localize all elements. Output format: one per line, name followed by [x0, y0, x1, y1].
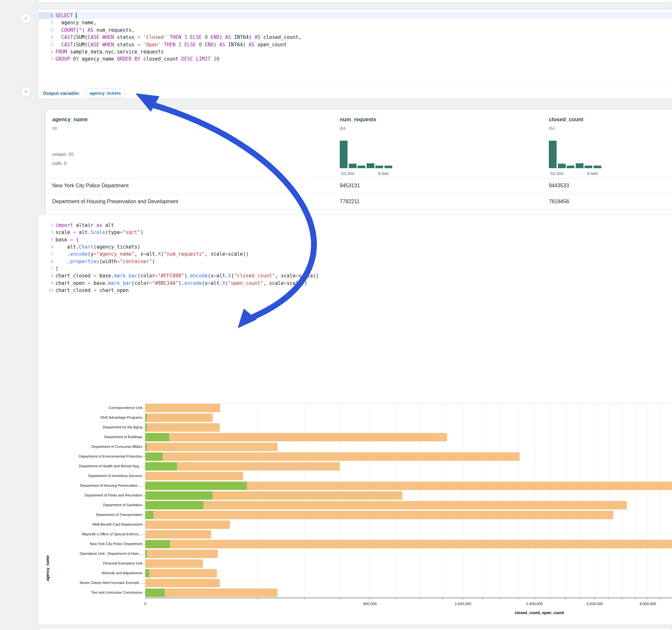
- x-axis-tick: [442, 598, 443, 600]
- x-axis-tick: [421, 598, 421, 600]
- code-line[interactable]: CAST(SUM(CASE WHEN status = 'Closed' THE…: [55, 34, 302, 41]
- column-header-name: num_requests: [340, 116, 376, 122]
- histogram-bar: [358, 166, 365, 168]
- histogram-bar: [367, 163, 375, 168]
- gridline: [580, 404, 581, 598]
- gridline: [463, 404, 463, 598]
- closed-count-bar: [145, 404, 220, 412]
- closed-count-bar: [145, 511, 613, 519]
- y-axis-category-label: Personal Exemption Unit: [38, 561, 142, 565]
- output-variable-label: Output variable:: [43, 91, 80, 96]
- gridline: [622, 404, 622, 598]
- y-axis-category-label: Department of Buildings: [38, 435, 142, 439]
- code-line[interactable]: FROM sample_data.nyc.service_requests: [55, 48, 164, 55]
- x-axis-tick: [648, 598, 648, 600]
- x-axis-tick: [482, 598, 483, 600]
- gridline: [258, 404, 258, 598]
- closed-count-bar: [145, 423, 220, 432]
- y-axis-category-label: Correspondence Unit: [38, 406, 142, 410]
- closed-count-bar: [145, 579, 220, 587]
- column-header-name: agency_name: [52, 116, 88, 122]
- code-line[interactable]: .encode(y="agency_name", x=alt.X("num_re…: [55, 250, 249, 258]
- code-line[interactable]: alt.Chart(agency_tickets): [55, 243, 140, 250]
- next-cell-edge: [38, 628, 672, 630]
- line-number: 2: [43, 19, 53, 26]
- open-count-bar: [145, 491, 213, 500]
- code-line[interactable]: base = (: [55, 236, 79, 243]
- fold-chevron-icon[interactable]: ⌄: [49, 237, 53, 240]
- histogram-bar: [340, 141, 347, 168]
- gridline: [421, 404, 421, 598]
- x-axis-tick: [258, 598, 258, 600]
- closed-count-bar: [145, 530, 211, 539]
- code-line[interactable]: scale = alt.Scale(type="sqrt"): [55, 229, 143, 236]
- code-line[interactable]: .properties(width="container"): [55, 258, 155, 265]
- y-axis-category-label: HRA Benefit Card Replacement: [38, 523, 142, 526]
- closed-count-bar: [145, 433, 447, 441]
- x-axis-tick: [397, 598, 397, 600]
- code-line[interactable]: GROUP BY agency_name ORDER BY closed_cou…: [55, 55, 219, 63]
- y-axis-category-label: Department of Health and Mental Hyg…: [38, 464, 142, 468]
- code-line[interactable]: agency_name,: [55, 19, 96, 26]
- table-row: New York City Police Department945313194…: [46, 178, 672, 194]
- open-count-bar: [145, 482, 247, 490]
- closed-count-bar: [145, 588, 278, 597]
- gridline: [370, 404, 370, 598]
- closed-count-bar: [145, 443, 278, 451]
- altair-chart-output: 0800,0001,600,0002,400,0003,200,0004,000…: [38, 296, 672, 625]
- x-axis-tick: [501, 598, 501, 600]
- open-count-bar: [145, 453, 163, 461]
- histogram-bar: [376, 166, 383, 168]
- gridline: [501, 404, 501, 598]
- open-count-bar: [145, 423, 147, 432]
- code-line[interactable]: chart_open = base.mark_bar(color="#8BC34…: [55, 280, 307, 287]
- line-number: 6: [43, 48, 53, 55]
- line-number: 8: [43, 272, 53, 280]
- x-axis-tick-label: 1,600,000: [455, 602, 471, 606]
- sql-code-editor[interactable]: 1⌄SELECT 2 agency_name,3 COUNT(*) AS num…: [38, 9, 672, 84]
- open-count-bar: [145, 511, 153, 519]
- histogram-min-label: 53,304: [550, 171, 563, 176]
- x-axis-title: closed_count, open_count: [515, 610, 564, 615]
- x-axis-tick: [635, 598, 635, 600]
- histogram-bar: [567, 166, 574, 168]
- x-axis-tick: [340, 598, 340, 600]
- code-line[interactable]: CAST(SUM(CASE WHEN status = 'Open' THEN …: [55, 41, 287, 48]
- column-header-type: i64: [549, 126, 555, 131]
- add-cell-button-top[interactable]: +: [21, 14, 31, 23]
- x-axis-tick-label: 3,200,000: [586, 602, 603, 606]
- open-count-bar: [145, 413, 147, 422]
- closed-count-bar: [145, 550, 218, 558]
- python-cell: 1import altair as alt2scale = alt.Scale(…: [38, 215, 672, 625]
- code-line[interactable]: SELECT: [55, 12, 76, 19]
- x-axis-tick-label: 2,400,000: [526, 602, 543, 606]
- histogram-bar: [384, 166, 392, 168]
- gridline: [550, 404, 551, 598]
- gridline: [442, 404, 443, 598]
- y-axis-category-label: Department of Parks and Recreation: [38, 493, 142, 497]
- gridline: [566, 404, 566, 598]
- python-code-editor[interactable]: 1import altair as alt2scale = alt.Scale(…: [38, 215, 672, 296]
- fold-chevron-icon[interactable]: ⌄: [49, 13, 53, 16]
- histogram-bar: [594, 166, 601, 168]
- y-axis-category-label: Refunds and Adjustments: [38, 571, 142, 575]
- add-cell-button-middle[interactable]: +: [21, 87, 31, 97]
- x-axis-tick-label: 800,000: [363, 602, 377, 606]
- line-number: 1: [43, 222, 53, 229]
- output-variable-pill[interactable]: agency_tickets: [86, 89, 125, 98]
- gridline: [635, 404, 635, 598]
- code-line[interactable]: COUNT(*) AS num_requests,: [55, 27, 135, 34]
- x-axis-tick-label: 0: [144, 602, 146, 606]
- code-line[interactable]: chart_closed = base.mark_bar(color="#FFC…: [55, 272, 319, 280]
- gridline: [648, 404, 648, 598]
- closed-count-bar: [145, 520, 230, 529]
- line-number: 10: [43, 287, 53, 294]
- cell-agency-name: New York City Police Department: [52, 183, 129, 189]
- code-line[interactable]: ): [55, 265, 58, 272]
- x-axis-tick: [566, 598, 566, 600]
- line-number: 5: [43, 250, 53, 258]
- code-line[interactable]: chart_closed + chart_open: [55, 287, 129, 294]
- x-axis-line: [145, 598, 672, 598]
- x-axis-tick: [534, 598, 535, 600]
- code-line[interactable]: import altair as alt: [55, 222, 114, 229]
